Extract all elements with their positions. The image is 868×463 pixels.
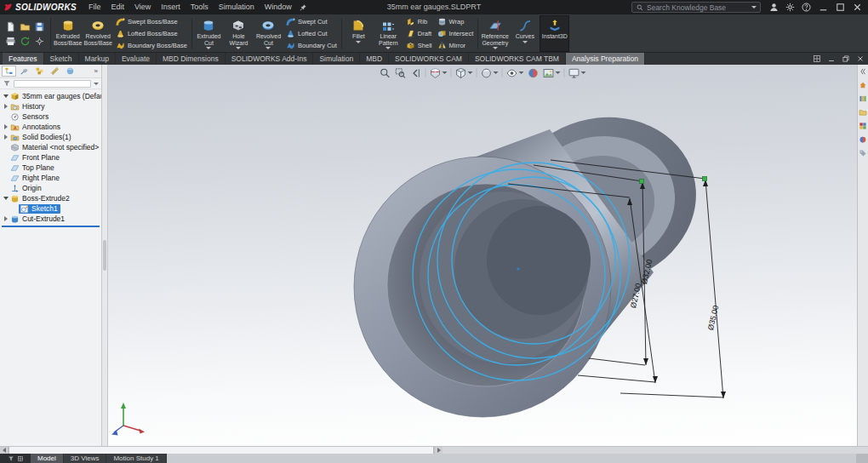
collapse-taskpane-button[interactable] [859, 66, 868, 76]
model-scene[interactable]: Ø32.00 Ø27.00 Ø35.00 [108, 65, 857, 446]
ribbon-button-mirror[interactable]: Mirror [437, 40, 474, 51]
design-library-button[interactable] [859, 94, 868, 103]
dimension-text-35[interactable]: Ø35.00 [706, 305, 720, 331]
selection-filter-button[interactable] [8, 455, 14, 462]
menu-view[interactable]: View [129, 0, 156, 14]
tab-mbd[interactable]: MBD [360, 53, 389, 65]
ribbon-button-revolved-cut[interactable]: Revolved Cut [254, 15, 283, 52]
tab-evaluate[interactable]: Evaluate [116, 53, 157, 65]
caret-expanded-icon[interactable] [3, 197, 9, 200]
ribbon-button-rib[interactable]: Rib [406, 16, 432, 27]
ribbon-button-hole-wizard[interactable]: Hole Wizard [224, 15, 254, 52]
sketch-center-point[interactable] [517, 267, 519, 270]
document-restore-button[interactable] [839, 54, 852, 64]
tab-analysis-preparation[interactable]: Analysis Preparation [566, 53, 645, 65]
display-pane-button[interactable] [17, 455, 24, 462]
user-account-button[interactable] [767, 1, 781, 14]
menu-simulation[interactable]: Simulation [214, 0, 260, 14]
tree-item-origin[interactable]: Origin [0, 183, 101, 193]
caret-collapsed-icon[interactable] [4, 216, 8, 221]
rebuild-button[interactable] [19, 35, 31, 48]
pin-menubar-button[interactable] [297, 2, 309, 14]
dimxpert-manager-tab[interactable] [48, 66, 62, 77]
doc-tab-3d-views[interactable]: 3D Views [64, 454, 107, 463]
ribbon-button-intersect[interactable]: Intersect [437, 28, 474, 39]
apply-scene-button[interactable] [541, 66, 562, 79]
tree-item-boss-extrude2[interactable]: Boss-Extrude2 [0, 193, 101, 203]
knowledge-base-search[interactable] [631, 2, 761, 13]
appearances-scenes-button[interactable] [859, 134, 868, 144]
tab-solidworks-cam-tbm[interactable]: SOLIDWORKS CAM TBM [469, 53, 566, 65]
tree-item-right-plane[interactable]: Right Plane [0, 173, 101, 183]
menu-window[interactable]: Window [260, 0, 297, 14]
menu-file[interactable]: File [83, 0, 106, 14]
tab-features[interactable]: Features [3, 53, 44, 65]
tree-item-35mm-ear-gauges-default-de[interactable]: 35mm ear gauges (Default) <<De [0, 91, 101, 101]
tab-sketch[interactable]: Sketch [44, 53, 79, 65]
ribbon-button-swept-boss-base[interactable]: Swept Boss/Base [116, 16, 187, 27]
scroll-right-button[interactable] [434, 447, 443, 454]
print-document-button[interactable] [4, 35, 17, 48]
tab-markup[interactable]: Markup [79, 53, 116, 65]
ribbon-button-lofted-cut[interactable]: Lofted Cut [286, 28, 337, 39]
tab-solidworks-add-ins[interactable]: SOLIDWORKS Add-Ins [226, 53, 314, 65]
view-orientation-button[interactable] [454, 66, 475, 79]
help-button[interactable] [799, 1, 814, 14]
model-tube[interactable] [354, 95, 716, 417]
ribbon-button-lofted-boss-base[interactable]: Lofted Boss/Base [116, 28, 187, 39]
caret-collapsed-icon[interactable] [4, 124, 8, 129]
panel-splitter[interactable] [102, 65, 108, 446]
options-button[interactable] [33, 35, 46, 48]
scrollbar-thumb[interactable] [9, 447, 434, 454]
graphics-area[interactable]: Ø32.00 Ø27.00 Ø35.00 [108, 65, 857, 446]
ribbon-button-boundary-boss-base[interactable]: Boundary Boss/Base [116, 40, 187, 51]
ribbon-button-shell[interactable]: Shell [406, 40, 432, 51]
caret-collapsed-icon[interactable] [4, 134, 8, 140]
edit-appearance-button[interactable] [526, 66, 541, 79]
tree-filter-input[interactable] [14, 80, 91, 88]
feature-manager-tab[interactable] [2, 66, 16, 77]
menu-edit[interactable]: Edit [106, 0, 129, 14]
custom-properties-button[interactable] [859, 148, 868, 157]
doc-tab-model[interactable]: Model [31, 454, 64, 463]
document-minimize-button[interactable] [825, 54, 837, 64]
window-minimize-button[interactable] [815, 1, 831, 14]
window-close-button[interactable] [849, 1, 865, 14]
tree-item-cut-extrude1[interactable]: Cut-Extrude1 [0, 214, 101, 224]
ribbon-button-boundary-cut[interactable]: Boundary Cut [286, 40, 337, 51]
view-palette-button[interactable] [859, 121, 868, 130]
tree-item-solid-bodies-1[interactable]: Solid Bodies(1) [0, 132, 101, 142]
ribbon-button-instant3d[interactable]: Instant3D [540, 15, 569, 52]
tree-item-history[interactable]: History [0, 101, 101, 111]
search-input[interactable] [647, 3, 749, 12]
horizontal-scrollbar[interactable] [0, 446, 868, 454]
section-view-button[interactable] [428, 66, 449, 79]
tree-item-sensors[interactable]: Sensors [0, 111, 101, 122]
zoom-to-fit-button[interactable] [378, 66, 393, 79]
ribbon-button-wrap[interactable]: Wrap [437, 16, 474, 27]
ribbon-button-revolved-boss-base[interactable]: Revolved Boss/Base [83, 15, 112, 52]
chevron-down-icon[interactable] [94, 83, 99, 85]
display-style-button[interactable] [479, 66, 500, 79]
menu-insert[interactable]: Insert [156, 0, 186, 14]
tree-item-annotations[interactable]: Annotations [0, 122, 101, 132]
solidworks-resources-button[interactable] [859, 80, 868, 89]
resize-corner[interactable] [856, 454, 868, 463]
tab-mbd-dimensions[interactable]: MBD Dimensions [157, 53, 226, 65]
document-close-button[interactable] [854, 54, 866, 64]
ribbon-button-swept-cut[interactable]: Swept Cut [286, 16, 337, 27]
tree-item-sketch1[interactable]: Sketch1 [0, 203, 101, 214]
display-manager-tab[interactable] [63, 66, 77, 77]
caret-expanded-icon[interactable] [3, 94, 9, 98]
menu-tools[interactable]: Tools [186, 0, 214, 14]
tab-simulation[interactable]: Simulation [313, 53, 360, 65]
open-document-button[interactable] [19, 20, 31, 33]
ribbon-button-fillet[interactable]: Fillet [344, 15, 374, 52]
ribbon-button-extruded-boss-base[interactable]: Extruded Boss/Base [53, 15, 83, 52]
ribbon-button-reference-geometry[interactable]: Reference Geometry [480, 15, 510, 52]
tab-solidworks-cam[interactable]: SOLIDWORKS CAM [389, 53, 469, 65]
splitter-grip-icon[interactable] [103, 240, 106, 271]
tree-item-material-not-specified[interactable]: Material <not specified> [0, 142, 101, 152]
doc-tab-motion-study-1[interactable]: Motion Study 1 [106, 454, 166, 463]
settings-button[interactable] [783, 1, 797, 14]
